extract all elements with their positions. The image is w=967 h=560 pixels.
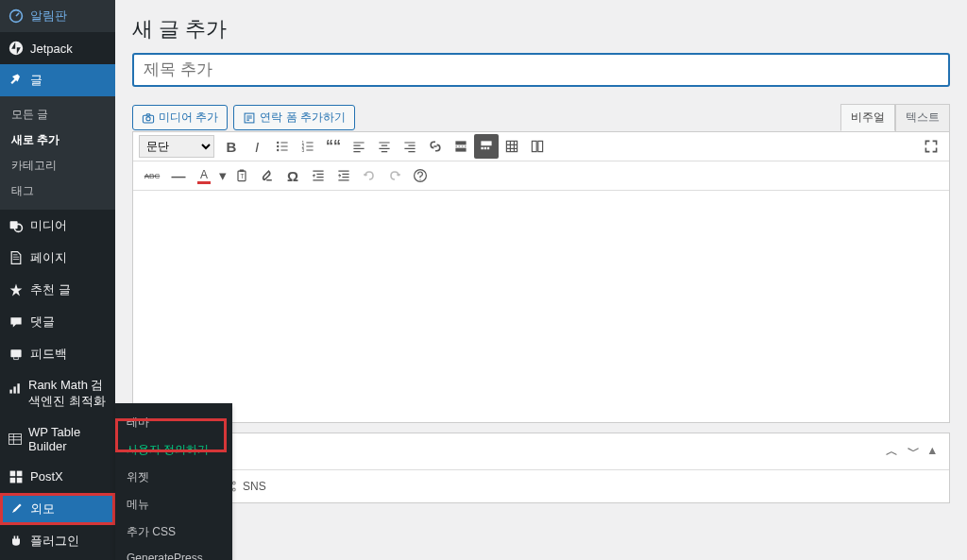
svg-rect-7 [17,383,19,393]
number-list-button[interactable]: 123 [296,134,320,159]
sub-new-post[interactable]: 새로 추가 [0,127,115,153]
color-dropdown-button[interactable]: ▾ [217,163,229,188]
media-icon [8,217,25,234]
sidebar-label: 페이지 [30,249,67,266]
align-left-button[interactable] [347,134,371,159]
panel-toggle-button[interactable]: ▴ [929,443,936,460]
sidebar-label: 댓글 [30,314,55,331]
align-right-button[interactable] [398,134,422,159]
panel-body: Schema SNS [133,470,949,502]
sidebar-item-posts[interactable]: 글 [0,64,115,96]
feedback-icon [8,346,25,363]
flyout-css[interactable]: 추가 CSS [115,518,232,546]
add-contact-form-button[interactable]: 연락 폼 추가하기 [233,105,355,130]
flyout-generatepress[interactable]: GeneratePress [115,546,232,560]
post-title-input[interactable] [132,53,950,87]
table-icon [8,431,23,448]
flyout-widgets[interactable]: 위젯 [115,464,232,491]
text-color-button[interactable]: A [192,163,216,188]
redo-button[interactable] [382,163,407,188]
bold-button[interactable]: B [219,134,244,159]
flyout-menus[interactable]: 메뉴 [115,491,232,518]
chart-icon [8,380,23,397]
svg-rect-30 [484,147,486,149]
svg-rect-33 [532,141,536,151]
sidebar-item-jetpack[interactable]: Jetpack [0,32,115,64]
sidebar-label: 플러그인 [30,533,79,550]
add-media-button[interactable]: 미디어 추가 [132,105,228,130]
svg-point-18 [146,116,150,120]
sidebar-item-rankmath[interactable]: Rank Math 검색엔진 최적화 [0,370,115,417]
outdent-button[interactable] [306,163,331,188]
svg-rect-32 [506,141,517,151]
editor-toolbar-row2: ABC — A ▾ T Ω [133,161,949,191]
panel-header: 최적화 ︿ ﹀ ▴ [133,433,949,470]
sub-all-posts[interactable]: 모든 글 [0,102,115,127]
button-label: 미디어 추가 [159,110,218,126]
svg-point-21 [277,145,279,147]
sidebar-label: Jetpack [30,42,73,56]
sub-tags[interactable]: 태그 [0,178,115,204]
sidebar-item-media[interactable]: 미디어 [0,210,115,242]
indent-button[interactable] [331,163,356,188]
sidebar-item-postx[interactable]: PostX [0,461,115,493]
appearance-flyout: 테마 사용자 정의하기 위젯 메뉴 추가 CSS GeneratePress 테… [115,403,232,560]
svg-point-20 [277,142,279,144]
sidebar-item-wptable[interactable]: WP Table Builder [0,417,115,461]
panel-up-button[interactable]: ︿ [886,443,898,460]
editor-content-area[interactable] [133,191,949,422]
svg-rect-9 [10,470,16,476]
seo-panel: 최적화 ︿ ﹀ ▴ Schema SNS [132,433,950,503]
svg-rect-11 [10,478,16,484]
svg-point-22 [277,149,279,151]
flyout-customize[interactable]: 사용자 정의하기 [115,436,232,464]
link-button[interactable] [423,134,448,159]
gauge-icon [8,8,25,25]
sidebar-item-plugins[interactable]: 플러그인 [0,525,115,557]
button-label: 연락 폼 추가하기 [260,110,346,126]
text-tab[interactable]: 텍스트 [895,104,950,131]
bullet-list-button[interactable] [270,134,295,159]
panel-down-button[interactable]: ﹀ [908,443,920,460]
align-center-button[interactable] [372,134,397,159]
help-button[interactable] [408,163,433,188]
svg-rect-31 [487,147,489,149]
clear-format-button[interactable] [255,163,280,188]
sidebar-submenu-posts: 모든 글 새로 추가 카테고리 태그 [0,96,115,210]
svg-rect-10 [17,470,23,476]
visual-tab[interactable]: 비주얼 [840,104,895,131]
sidebar-item-pages[interactable]: 페이지 [0,242,115,274]
quote-button[interactable]: ““ [321,134,346,159]
paste-text-button[interactable]: T [229,163,254,188]
star-icon [8,281,25,298]
svg-rect-34 [538,141,543,151]
sidebar-label: WP Table Builder [28,425,108,453]
sidebar-item-appearance[interactable]: 외모 [0,493,115,525]
toolbar-toggle-button[interactable] [474,134,499,159]
flyout-themes[interactable]: 테마 [115,409,232,436]
sidebar-label: 미디어 [30,217,67,234]
admin-sidebar: 알림판 Jetpack 글 모든 글 새로 추가 카테고리 태그 미디어 페이지… [0,0,115,560]
sidebar-item-comments[interactable]: 댓글 [0,306,115,338]
format-select[interactable]: 문단 [139,135,214,158]
undo-button[interactable] [357,163,382,188]
table-button[interactable] [500,134,524,159]
brush-icon [8,501,25,518]
read-more-button[interactable] [449,134,473,159]
strikethrough-button[interactable]: ABC [139,163,165,188]
columns-button[interactable] [525,134,550,159]
fullscreen-button[interactable] [919,134,943,159]
form-icon [243,111,256,125]
camera-icon [142,111,155,125]
italic-button[interactable]: I [245,134,269,159]
sidebar-label: PostX [30,469,63,484]
grid-icon [8,468,25,485]
sub-categories[interactable]: 카테고리 [0,153,115,178]
sidebar-item-featured[interactable]: 추천 글 [0,274,115,306]
svg-rect-5 [9,390,11,394]
special-char-button[interactable]: Ω [280,163,305,188]
sidebar-item-dashboard[interactable]: 알림판 [0,0,115,32]
hr-button[interactable]: — [166,163,191,188]
svg-rect-27 [455,148,466,152]
sidebar-item-feedback[interactable]: 피드백 [0,338,115,370]
